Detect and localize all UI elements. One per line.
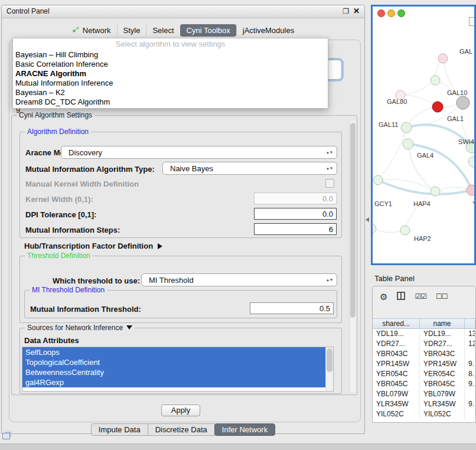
table-toolbar: ⚙ ☑☑ ☐☐ xyxy=(373,286,475,306)
which-threshold-select[interactable]: MI Threshold ▲▼ xyxy=(141,273,337,286)
mac-minimize-button[interactable] xyxy=(387,9,395,17)
dpi-tolerance-field[interactable] xyxy=(254,208,337,220)
table-cell: YDL19... xyxy=(373,329,420,339)
sources-group-title[interactable]: Sources for Network Inference xyxy=(25,324,135,332)
network-node[interactable] xyxy=(431,187,440,196)
tab-network[interactable]: Network xyxy=(66,24,117,37)
table-cell: YLR345W xyxy=(420,399,465,409)
column-header[interactable]: shared... xyxy=(373,319,420,328)
attribute-list-item[interactable]: SelfLoops xyxy=(22,347,325,357)
sources-title-text: Sources for Network Inference xyxy=(27,324,123,332)
kernel-width-label: Kernel Width (0,1): xyxy=(25,195,93,204)
gear-icon[interactable]: ⚙ xyxy=(380,292,387,301)
algorithm-menu-item[interactable]: Bayesian – K2 xyxy=(13,88,328,97)
mac-close-button[interactable] xyxy=(377,9,385,17)
mi-type-select[interactable]: Naive Bayes ▲▼ xyxy=(162,162,337,175)
mi-steps-field[interactable] xyxy=(254,223,337,235)
expand-right-icon xyxy=(158,243,162,249)
hub-section-toggle[interactable]: Hub/Transcription Factor Definition xyxy=(24,242,162,250)
tab-label: Select xyxy=(152,26,174,35)
network-node[interactable] xyxy=(403,139,413,149)
columns-icon[interactable] xyxy=(397,292,405,301)
settings-scrollbar[interactable] xyxy=(349,121,356,392)
dpi-tolerance-label: DPI Tolerance [0,1]: xyxy=(25,210,96,219)
column-header[interactable] xyxy=(465,319,475,328)
tab-label: Cyni Toolbox xyxy=(187,26,230,35)
tab-impute-data[interactable]: Impute Data xyxy=(91,423,148,436)
table-cell xyxy=(465,389,475,399)
algorithm-menu-item[interactable]: Mutual Information Inference xyxy=(13,79,328,88)
network-node[interactable] xyxy=(438,54,448,63)
node-label: SWI4 xyxy=(458,138,474,145)
network-node[interactable] xyxy=(432,102,443,112)
algorithm-dropdown-menu: Select algorithm to view settings Bayesi… xyxy=(12,38,328,109)
table-cell: YIL052C xyxy=(373,409,420,419)
table-row[interactable]: YLR345WYLR345W9. xyxy=(373,399,475,409)
table-cell: YER054C xyxy=(373,369,420,379)
which-threshold-value: MI Threshold xyxy=(149,276,194,285)
table-cell: YLR345W xyxy=(373,399,420,409)
table-row[interactable]: YER054CYER054C8. xyxy=(373,369,475,379)
tab-label: Network xyxy=(83,26,111,35)
algorithm-menu-item[interactable]: Basic Correlation Inference xyxy=(13,60,328,69)
table-cell: 9. xyxy=(465,399,475,409)
table-row[interactable]: YPR145WYPR145W9. xyxy=(373,359,475,369)
tab-jactivemodules[interactable]: jActiveModules xyxy=(236,24,300,37)
kernel-width-field xyxy=(254,193,337,204)
table-row[interactable]: YBL079WYBL079W xyxy=(373,389,475,399)
tab-infer-network[interactable]: Infer Network xyxy=(214,423,275,436)
network-canvas[interactable]: GALGAL80GAL10GAL11GAL1SWI4GAL4GCY1HAP4YH… xyxy=(373,6,474,263)
network-edge xyxy=(405,191,435,230)
minimized-panel-icon[interactable] xyxy=(2,433,10,439)
collapse-down-icon xyxy=(126,325,132,330)
algorithm-menu-item[interactable]: Dream8 DC_TDC Algorithm xyxy=(13,97,328,107)
status-strip xyxy=(0,444,476,450)
table-cell: YBR045C xyxy=(373,379,420,389)
network-node[interactable] xyxy=(431,76,440,85)
float-panel-icon[interactable]: ❐ xyxy=(343,7,349,15)
tab-cyni-toolbox[interactable]: Cyni Toolbox xyxy=(180,24,236,37)
deselect-all-checkboxes-icon[interactable]: ☐☐ xyxy=(436,292,448,301)
network-node[interactable] xyxy=(457,96,470,109)
network-edge xyxy=(400,80,435,95)
tab-label: Style xyxy=(123,26,141,35)
tab-label: jActiveModules xyxy=(243,26,294,35)
table-row[interactable]: YDR27...YDR27...12 xyxy=(373,339,475,349)
network-node[interactable] xyxy=(400,226,410,235)
table-panel-title: Table Panel xyxy=(374,274,415,283)
mi-threshold-field[interactable] xyxy=(250,302,334,314)
table-row[interactable]: YBR045CYBR045C9. xyxy=(373,379,475,389)
table-row[interactable]: YBR043CYBR043C xyxy=(373,349,475,359)
network-node[interactable] xyxy=(401,122,412,133)
table-cell: YER054C xyxy=(420,369,465,379)
network-edge xyxy=(408,144,435,191)
close-panel-icon[interactable]: ✕ xyxy=(353,6,360,15)
table-cell: 9. xyxy=(465,379,475,389)
scrollbar-thumb[interactable] xyxy=(350,123,356,318)
column-header[interactable]: name xyxy=(420,319,465,328)
network-edge xyxy=(408,144,435,191)
node-label: GAL1 xyxy=(447,115,464,122)
panel-splitter-arrow[interactable] xyxy=(366,217,369,222)
network-node[interactable] xyxy=(373,224,376,233)
list-scrollbar[interactable] xyxy=(325,347,333,391)
tab-select[interactable]: Select xyxy=(146,24,180,37)
network-node[interactable] xyxy=(468,156,474,167)
tab-discretize-data[interactable]: Discretize Data xyxy=(148,423,215,436)
apply-button[interactable]: Apply xyxy=(161,405,200,416)
network-node[interactable] xyxy=(467,185,474,195)
aracne-mode-select[interactable]: Discovery ▲▼ xyxy=(61,146,337,159)
network-node[interactable] xyxy=(373,175,383,185)
table-row[interactable]: YDL19...YDL19...13 xyxy=(373,329,475,339)
attribute-list-item[interactable]: gal4RGexp xyxy=(22,377,325,387)
select-all-checkboxes-icon[interactable]: ☑☑ xyxy=(415,292,426,301)
attribute-list-item[interactable]: BetweennessCentrality xyxy=(22,367,325,377)
algorithm-menu-item[interactable]: ARACNE Algorithm xyxy=(13,69,328,79)
mac-zoom-button[interactable] xyxy=(397,9,405,17)
table-row[interactable]: YIL052CYIL052C xyxy=(373,409,475,419)
scrollbar-thumb[interactable] xyxy=(327,348,332,372)
tab-style[interactable]: Style xyxy=(117,24,146,37)
algorithm-menu-item[interactable]: Bayesian – Hill Climbing xyxy=(13,50,328,60)
attribute-list-item[interactable]: TopologicalCoefficient xyxy=(22,357,325,367)
mi-type-label: Mutual Information Algorithm Type: xyxy=(25,165,155,174)
